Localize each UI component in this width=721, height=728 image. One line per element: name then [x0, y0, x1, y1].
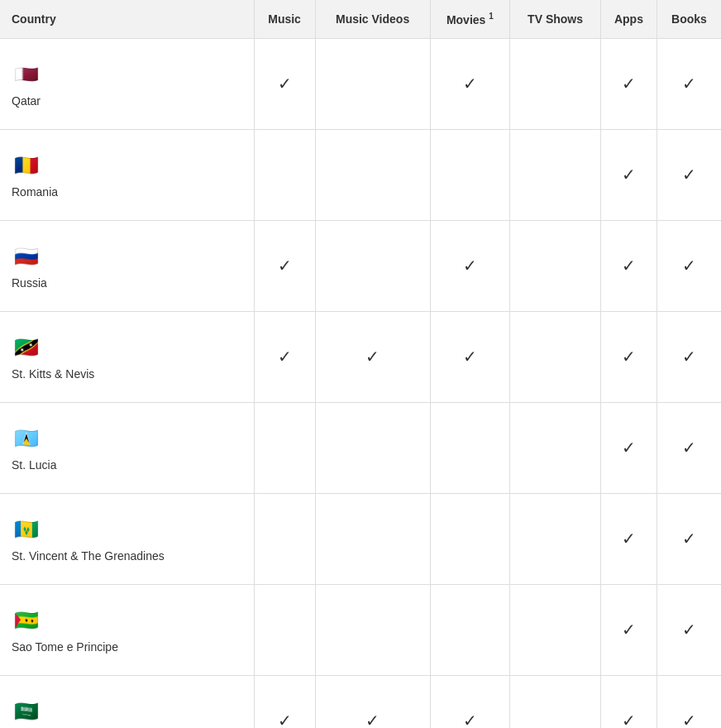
cell-apps: ✓ — [600, 402, 657, 493]
cell-movies — [430, 129, 510, 220]
cell-music — [254, 402, 315, 493]
checkmark-icon: ✓ — [278, 74, 292, 93]
cell-music_videos — [315, 129, 430, 220]
cell-books: ✓ — [657, 402, 721, 493]
table-row: 🇸🇦Saudi Arabia✓✓✓✓✓ — [0, 675, 721, 728]
cell-books: ✓ — [657, 584, 721, 675]
column-header-tv-shows: TV Shows — [510, 0, 601, 38]
checkmark-icon: ✓ — [622, 74, 636, 93]
column-header-music-videos: Music Videos — [315, 0, 430, 38]
checkmark-icon: ✓ — [278, 347, 292, 366]
country-cell: 🇸🇹Sao Tome e Principe — [0, 584, 254, 675]
country-flag: 🇷🇺 — [12, 242, 41, 271]
cell-movies: ✓ — [430, 675, 510, 728]
checkmark-icon: ✓ — [622, 256, 636, 275]
checkmark-icon: ✓ — [622, 620, 636, 639]
cell-tv_shows — [510, 402, 601, 493]
country-flag: 🇷🇴 — [12, 151, 41, 180]
table-row: 🇱🇨St. Lucia✓✓ — [0, 402, 721, 493]
cell-music: ✓ — [254, 220, 315, 311]
cell-books: ✓ — [657, 38, 721, 129]
cell-music_videos — [315, 584, 430, 675]
column-header-music: Music — [254, 0, 315, 38]
country-cell: 🇻🇨St. Vincent & The Grenadines — [0, 493, 254, 584]
column-header-movies: Movies 1 — [430, 0, 510, 38]
checkmark-icon: ✓ — [278, 256, 292, 275]
cell-books: ✓ — [657, 311, 721, 402]
cell-apps: ✓ — [600, 675, 657, 728]
country-flag: 🇸🇹 — [12, 606, 41, 635]
checkmark-icon: ✓ — [682, 256, 696, 275]
cell-music — [254, 584, 315, 675]
country-flag: 🇱🇨 — [12, 424, 41, 453]
cell-tv_shows — [510, 129, 601, 220]
country-name: Sao Tome e Principe — [12, 640, 118, 654]
cell-apps: ✓ — [600, 311, 657, 402]
country-name: Russia — [12, 276, 47, 290]
table-row: 🇶🇦Qatar✓✓✓✓ — [0, 38, 721, 129]
cell-movies: ✓ — [430, 220, 510, 311]
movies-superscript: 1 — [489, 12, 494, 21]
checkmark-icon: ✓ — [463, 74, 477, 93]
cell-movies — [430, 402, 510, 493]
table-row: 🇷🇺Russia✓✓✓✓ — [0, 220, 721, 311]
checkmark-icon: ✓ — [682, 620, 696, 639]
cell-apps: ✓ — [600, 584, 657, 675]
checkmark-icon: ✓ — [682, 711, 696, 728]
country-cell: 🇶🇦Qatar — [0, 38, 254, 129]
checkmark-icon: ✓ — [622, 165, 636, 184]
cell-tv_shows — [510, 493, 601, 584]
column-header-apps: Apps — [600, 0, 657, 38]
cell-music_videos: ✓ — [315, 311, 430, 402]
cell-tv_shows — [510, 675, 601, 728]
country-name: St. Lucia — [12, 458, 56, 472]
cell-books: ✓ — [657, 493, 721, 584]
cell-music_videos: ✓ — [315, 675, 430, 728]
cell-movies: ✓ — [430, 311, 510, 402]
cell-music: ✓ — [254, 311, 315, 402]
cell-music — [254, 129, 315, 220]
cell-tv_shows — [510, 38, 601, 129]
country-cell: 🇷🇺Russia — [0, 220, 254, 311]
cell-tv_shows — [510, 220, 601, 311]
table-header-row: Country Music Music Videos Movies 1 TV S… — [0, 0, 721, 38]
checkmark-icon: ✓ — [682, 529, 696, 548]
cell-movies: ✓ — [430, 38, 510, 129]
country-cell: 🇰🇳St. Kitts & Nevis — [0, 311, 254, 402]
checkmark-icon: ✓ — [682, 347, 696, 366]
cell-books: ✓ — [657, 675, 721, 728]
table-row: 🇰🇳St. Kitts & Nevis✓✓✓✓✓ — [0, 311, 721, 402]
country-name: Qatar — [12, 94, 41, 108]
country-cell: 🇸🇦Saudi Arabia — [0, 675, 254, 728]
country-flag: 🇶🇦 — [12, 60, 41, 89]
cell-movies — [430, 493, 510, 584]
checkmark-icon: ✓ — [463, 347, 477, 366]
checkmark-icon: ✓ — [622, 529, 636, 548]
checkmark-icon: ✓ — [682, 165, 696, 184]
cell-apps: ✓ — [600, 493, 657, 584]
checkmark-icon: ✓ — [622, 438, 636, 457]
checkmark-icon: ✓ — [463, 711, 477, 728]
country-flag: 🇰🇳 — [12, 333, 41, 362]
checkmark-icon: ✓ — [278, 711, 292, 728]
cell-music: ✓ — [254, 38, 315, 129]
cell-music_videos — [315, 38, 430, 129]
checkmark-icon: ✓ — [622, 711, 636, 728]
checkmark-icon: ✓ — [463, 256, 477, 275]
country-flag: 🇸🇦 — [12, 697, 41, 726]
country-cell: 🇷🇴Romania — [0, 129, 254, 220]
cell-apps: ✓ — [600, 129, 657, 220]
cell-music_videos — [315, 402, 430, 493]
cell-movies — [430, 584, 510, 675]
checkmark-icon: ✓ — [682, 74, 696, 93]
column-header-country: Country — [0, 0, 254, 38]
column-header-books: Books — [657, 0, 721, 38]
country-name: St. Vincent & The Grenadines — [12, 549, 165, 563]
country-name: Romania — [12, 185, 58, 199]
cell-books: ✓ — [657, 129, 721, 220]
cell-apps: ✓ — [600, 38, 657, 129]
country-cell: 🇱🇨St. Lucia — [0, 402, 254, 493]
cell-tv_shows — [510, 584, 601, 675]
table-row: 🇸🇹Sao Tome e Principe✓✓ — [0, 584, 721, 675]
table-row: 🇷🇴Romania✓✓ — [0, 129, 721, 220]
